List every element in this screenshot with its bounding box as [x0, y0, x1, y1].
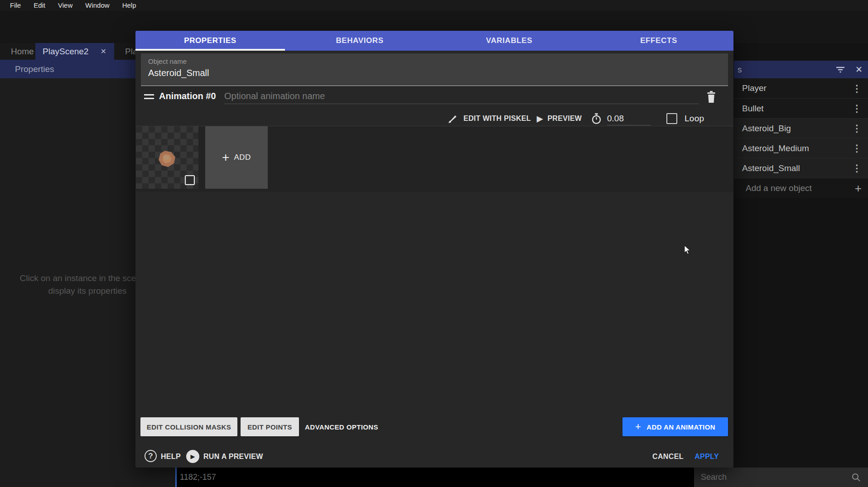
frame-thumbnail[interactable]	[136, 126, 198, 189]
run-a-preview-button[interactable]: RUN A PREVIEW	[203, 445, 263, 468]
animation-title: Animation #0	[159, 91, 216, 101]
filter-icon[interactable]	[835, 66, 845, 74]
play-icon: ▶	[537, 114, 543, 124]
help-icon[interactable]: ?	[145, 450, 157, 462]
object-name-field: Object name	[141, 53, 728, 86]
stopwatch-icon	[590, 112, 603, 125]
scene-canvas-strip[interactable]: 1182;-157	[175, 468, 694, 487]
add-frame-button[interactable]: + ADD	[205, 126, 268, 189]
menu-window[interactable]: Window	[79, 0, 116, 11]
objects-panel-title-truncated: s	[738, 65, 742, 75]
objects-panel-header: s ✕	[734, 61, 868, 78]
object-row-player[interactable]: Player ⋮	[734, 78, 868, 98]
tab-close-icon[interactable]: ✕	[100, 47, 106, 56]
kebab-menu-icon[interactable]: ⋮	[852, 104, 862, 113]
object-row-asteroid-medium[interactable]: Asteroid_Medium ⋮	[734, 138, 868, 158]
app-window: File Edit View Window Help	[0, 0, 868, 487]
dialog-tab-behaviors[interactable]: BEHAVIORS	[285, 31, 434, 51]
edit-with-piskel-label: EDIT WITH PISKEL	[463, 115, 531, 123]
close-panel-icon[interactable]: ✕	[855, 64, 863, 75]
search-input[interactable]	[701, 473, 851, 482]
add-an-animation-label: ADD AN ANIMATION	[646, 423, 715, 431]
search-icon[interactable]	[851, 472, 862, 483]
menu-file[interactable]: File	[4, 0, 27, 11]
object-label: Player	[742, 83, 852, 93]
kebab-menu-icon[interactable]: ⋮	[852, 143, 862, 153]
object-name-label: Object name	[148, 57, 187, 65]
dialog-tab-effects[interactable]: EFFECTS	[584, 31, 733, 51]
apply-button[interactable]: APPLY	[694, 445, 719, 468]
menu-help[interactable]: Help	[116, 0, 143, 11]
object-label: Asteroid_Small	[742, 163, 852, 173]
object-row-bullet[interactable]: Bullet ⋮	[734, 98, 868, 118]
preview-animation-label: PREVIEW	[547, 115, 582, 123]
kebab-menu-icon[interactable]: ⋮	[852, 124, 862, 133]
object-label: Bullet	[742, 104, 852, 114]
loop-label: Loop	[685, 114, 704, 124]
object-label: Asteroid_Big	[742, 124, 852, 134]
edit-collision-masks-button[interactable]: EDIT COLLISION MASKS	[140, 417, 237, 436]
dialog-tab-bar: PROPERTIES BEHAVIORS VARIABLES EFFECTS	[135, 31, 733, 51]
menu-bar: File Edit View Window Help	[0, 0, 868, 11]
brush-icon	[447, 113, 459, 124]
delete-animation-icon[interactable]	[704, 90, 718, 104]
properties-panel-title: Properties	[15, 64, 54, 74]
tab-home-label: Home	[11, 47, 34, 57]
animation-frames-strip: + ADD	[135, 126, 733, 192]
plus-icon[interactable]: +	[855, 182, 862, 194]
search-bar	[694, 468, 868, 487]
object-row-asteroid-small[interactable]: Asteroid_Small ⋮	[734, 158, 868, 178]
object-row-asteroid-big[interactable]: Asteroid_Big ⋮	[734, 118, 868, 138]
cancel-button[interactable]: CANCEL	[652, 445, 684, 468]
advanced-options-button[interactable]: ADVANCED OPTIONS	[301, 417, 382, 436]
mouse-cursor	[683, 245, 692, 257]
time-between-frames-input[interactable]	[607, 112, 651, 125]
plus-icon: +	[222, 150, 229, 165]
menu-view[interactable]: View	[52, 0, 79, 11]
active-tab-indicator	[135, 49, 285, 51]
kebab-menu-icon[interactable]: ⋮	[852, 84, 862, 93]
run-preview-icon[interactable]: ▶	[186, 450, 199, 463]
kebab-menu-icon[interactable]: ⋮	[852, 163, 862, 173]
help-button[interactable]: HELP	[161, 445, 181, 468]
dialog-tab-properties[interactable]: PROPERTIES	[135, 31, 285, 51]
add-new-object-label: Add a new object	[746, 183, 855, 193]
tab-playscene2[interactable]: PlayScene2 ✕	[35, 43, 114, 60]
cursor-coordinates: 1182;-157	[180, 468, 216, 487]
menu-edit[interactable]: Edit	[27, 0, 52, 11]
object-label: Asteroid_Medium	[742, 143, 852, 153]
drag-handle-icon[interactable]	[144, 94, 154, 100]
loop-checkbox[interactable]	[666, 113, 677, 124]
frame-select-checkbox[interactable]	[185, 175, 195, 185]
animation-header-row: Animation #0	[135, 87, 733, 109]
animation-name-input[interactable]	[224, 89, 699, 104]
add-an-animation-button[interactable]: + ADD AN ANIMATION	[622, 417, 728, 436]
add-new-object-row[interactable]: Add a new object +	[734, 178, 868, 198]
add-frame-label: ADD	[234, 153, 251, 162]
objects-panel: s ✕ Player ⋮ Bullet ⋮ Asteroid_Big ⋮ As	[734, 43, 868, 468]
dialog-button-row: EDIT COLLISION MASKS EDIT POINTS ADVANCE…	[135, 417, 733, 436]
canvas-selection-edge	[175, 468, 177, 487]
dialog-tab-variables[interactable]: VARIABLES	[434, 31, 584, 51]
dialog-footer: ? HELP ▶ RUN A PREVIEW CANCEL APPLY	[135, 445, 733, 468]
edit-points-button[interactable]: EDIT POINTS	[241, 417, 299, 436]
plus-icon: +	[635, 421, 641, 433]
tab-playscene2-label: PlayScene2	[43, 47, 88, 57]
object-editor-dialog: PROPERTIES BEHAVIORS VARIABLES EFFECTS O…	[135, 31, 733, 468]
object-name-input[interactable]	[148, 68, 719, 78]
